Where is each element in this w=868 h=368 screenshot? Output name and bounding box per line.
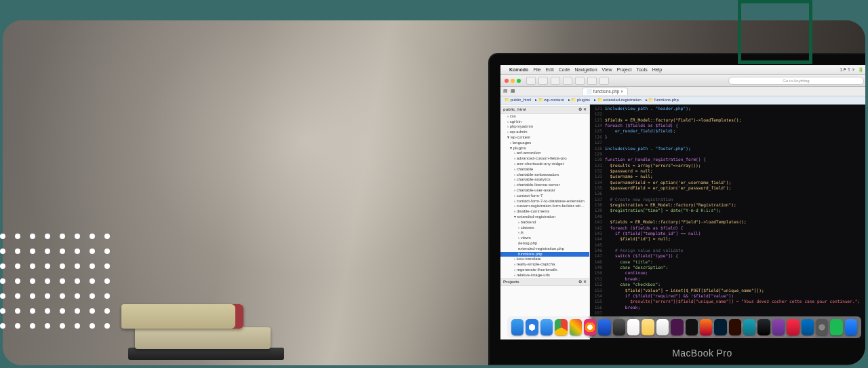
tree-item-selected[interactable]: functions.php	[500, 252, 589, 257]
tree-item[interactable]: › regenerate-thumbnails	[500, 268, 589, 273]
tree-item[interactable]: › cgi-bin	[500, 119, 589, 125]
code-line[interactable]: 133 $username = null;	[591, 174, 865, 179]
editor-tab[interactable]: 📄 functions.php ×	[582, 88, 628, 95]
toolbar-button[interactable]	[587, 77, 597, 85]
tree-item[interactable]: › relative-image-urls	[500, 273, 589, 278]
menu-tools[interactable]: Tools	[636, 67, 647, 73]
code-line[interactable]: 138 $registration = ER_Model::factory("R…	[591, 202, 865, 208]
code-line[interactable]: 140	[591, 214, 865, 219]
code-line[interactable]: 125 er_render_field($field);	[591, 128, 865, 134]
tree-item[interactable]: ▾ extended-registration	[500, 215, 589, 220]
code-line[interactable]: 132 $password = null;	[591, 168, 865, 174]
menu-code[interactable]: Code	[559, 67, 570, 73]
menu-project[interactable]: Project	[617, 67, 632, 73]
code-line[interactable]: 142 foreach ($fields as $field) {	[591, 225, 865, 231]
dock-app-prefs[interactable]	[816, 319, 828, 335]
code-line[interactable]: 135 $passwordField = er_option('er_passw…	[591, 185, 865, 191]
maximize-icon[interactable]	[517, 79, 521, 83]
code-line[interactable]: 128include(view_path . "footer.php");	[591, 146, 865, 151]
dock-app-slack[interactable]	[671, 319, 683, 335]
toolbar-button[interactable]	[599, 77, 609, 85]
dock-app-store[interactable]	[845, 319, 857, 335]
code-line[interactable]: 122	[591, 111, 865, 117]
dock-app-spotify[interactable]	[830, 319, 842, 335]
menu-view[interactable]: View	[602, 67, 612, 73]
tree-item[interactable]: ▾ wp-content	[500, 135, 589, 141]
close-icon[interactable]	[505, 79, 509, 83]
tree-item[interactable]: › contact-form-7-to-database-extension	[500, 199, 589, 204]
breadcrumb-segment[interactable]: ▸ 📁 wp-content	[534, 98, 566, 103]
tree-item[interactable]: › classes	[500, 225, 589, 231]
code-line[interactable]: 147 switch ($field["type"]) {	[591, 253, 865, 259]
code-line[interactable]: 143 if ($field["template_id"] == null)	[591, 231, 865, 236]
code-line[interactable]: 126}	[591, 134, 865, 140]
tree-item[interactable]: › really-simple-captcha	[500, 262, 589, 268]
tree-item[interactable]: › acf-accordion	[500, 151, 589, 156]
dock-app-teal[interactable]	[743, 319, 755, 335]
code-line[interactable]: 136	[591, 191, 865, 196]
menu-navigation[interactable]: Navigation	[574, 67, 597, 73]
code-line[interactable]: 139 $registration["time"] = date("Y-m-d …	[591, 208, 865, 213]
tree-item[interactable]: debug.php	[500, 241, 589, 246]
dock-app-git[interactable]	[757, 319, 770, 335]
code-line[interactable]: 130function er_handle_registration_form(…	[591, 157, 865, 162]
code-line[interactable]: 137 # Create new registration	[591, 197, 865, 202]
toolbar-button[interactable]	[563, 77, 572, 85]
code-line[interactable]: 121include(view_path . "header.php");	[591, 106, 865, 111]
code-line[interactable]: 141 $fields = ER_Model::factory("Field")…	[591, 219, 865, 225]
tree-item[interactable]: › advanced-custom-fields-pro	[500, 156, 589, 162]
dock-app-appstore-blue[interactable]	[598, 319, 610, 335]
breadcrumb-segment[interactable]: ▸ 📁 extended-registration	[593, 98, 643, 103]
window-traffic-lights[interactable]	[505, 79, 521, 83]
code-line[interactable]: 146 # Assign value and validate	[591, 248, 865, 253]
code-line[interactable]: 123$fields = ER_Model::factory("Field")-…	[591, 117, 865, 123]
code-line[interactable]: 155 $results["errors"][$field["unique_na…	[591, 299, 865, 304]
tree-item[interactable]: › css	[500, 114, 589, 119]
code-line[interactable]: 148 case "title":	[591, 259, 865, 265]
breadcrumb-segment[interactable]: ▸ 📁 functions.php	[644, 98, 680, 103]
tree-item[interactable]: › chartable-license-server	[500, 183, 589, 188]
tree-item[interactable]: › views	[500, 236, 589, 241]
breadcrumb[interactable]: 📁 public_html▸ 📁 wp-content▸ 📁 plugins▸ …	[500, 96, 865, 105]
tree-item[interactable]: › js	[500, 230, 589, 236]
tree-item[interactable]: › wp-admin	[500, 130, 589, 135]
dock-app-notes[interactable]	[642, 319, 654, 335]
dock-app-finder[interactable]	[511, 319, 524, 335]
dock-app-music[interactable]	[787, 319, 799, 335]
panel-icon[interactable]: ▦	[511, 88, 515, 94]
dock-app-photos[interactable]	[584, 319, 596, 335]
tree-item[interactable]: ▾ plugins	[500, 146, 589, 151]
dock-app-calendar[interactable]	[627, 319, 639, 335]
menubar-items[interactable]: FileEditCodeNavigationViewProjectToolsHe…	[533, 67, 662, 73]
code-line[interactable]: 152 case "checkbox":	[591, 282, 865, 287]
dock-app-o2[interactable]	[772, 319, 785, 335]
code-line[interactable]: 156 break;	[591, 305, 865, 310]
dock-app-ps[interactable]	[714, 319, 726, 335]
tree-item[interactable]: › disable-comments	[500, 209, 589, 215]
nav-back-button[interactable]	[526, 77, 536, 85]
file-tree-sidebar[interactable]: public_html⚙ ✕ › css› cgi-bin› phpmyadmi…	[500, 105, 590, 339]
code-line[interactable]: 145	[591, 242, 865, 248]
sidebar-section-projects[interactable]: Projects⚙ ✕	[500, 278, 589, 287]
code-line[interactable]: 144 $field["id"] = null;	[591, 236, 865, 242]
toolbar-button[interactable]	[575, 77, 585, 85]
code-line[interactable]: 127	[591, 140, 865, 145]
code-editor[interactable]: 121include(view_path . "header.php");122…	[590, 105, 865, 339]
tree-item[interactable]: › contact-form-7	[500, 194, 589, 199]
dock-app-mail[interactable]	[540, 319, 553, 335]
panel-icon[interactable]: ▤	[503, 88, 508, 94]
dock-app-system[interactable]	[613, 319, 625, 335]
tree-item[interactable]: › chartable-analytics	[500, 177, 589, 183]
tree-item[interactable]: extended-registration.php	[500, 246, 589, 252]
code-line[interactable]: 151 break;	[591, 276, 865, 282]
dock-app-reminders[interactable]	[656, 319, 669, 335]
dock-app-safari[interactable]	[526, 319, 538, 335]
tree-item[interactable]: › chartable	[500, 167, 589, 172]
menu-help[interactable]: Help	[652, 67, 662, 73]
tree-item[interactable]: › loco-translate	[500, 257, 589, 262]
tree-item[interactable]: › chartable-ambassadors	[500, 172, 589, 178]
code-line[interactable]: 150 continue;	[591, 270, 865, 276]
breadcrumb-segment[interactable]: 📁 public_html	[503, 98, 532, 103]
dock-app-ai[interactable]	[729, 319, 741, 335]
dock-app-terminal[interactable]	[686, 319, 698, 335]
